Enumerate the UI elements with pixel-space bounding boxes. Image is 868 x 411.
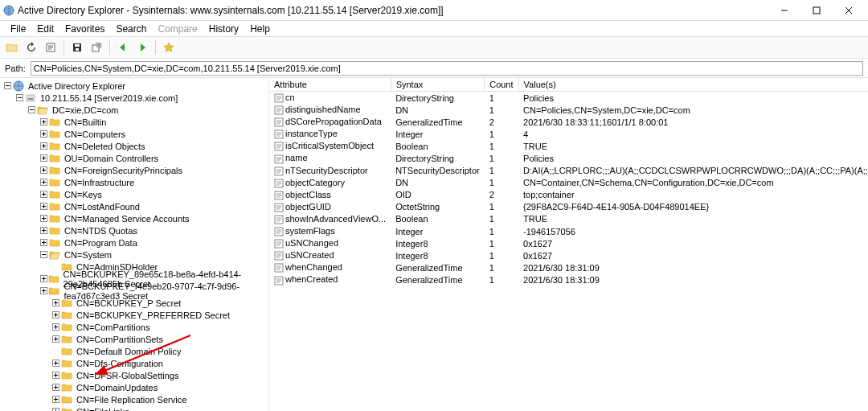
expander-icon[interactable]	[39, 202, 48, 211]
tree-label[interactable]: CN=BCKUPKEY_P Secret	[75, 298, 182, 308]
expander-icon[interactable]	[39, 226, 48, 235]
column-header[interactable]: Attribute	[269, 78, 391, 92]
tree-node[interactable]: CN=BCKUPKEY_PREFERRED Secret	[2, 309, 268, 321]
tree-label[interactable]: CN=DFSR-GlobalSettings	[75, 371, 180, 380]
attribute-row[interactable]: objectGUIDOctetString1{29F8A2C9-F64D-4E1…	[269, 201, 868, 213]
tree-label[interactable]: OU=Domain Controllers	[63, 154, 160, 163]
tree-node[interactable]: CN=FileLinks	[2, 405, 268, 411]
tree-label[interactable]: CN=Keys	[63, 190, 104, 199]
tree-label[interactable]: CN=File Replication Service	[75, 395, 188, 405]
tree-label[interactable]: CN=Dfs-Configuration	[75, 359, 165, 368]
attribute-row[interactable]: instanceTypeInteger14	[269, 128, 868, 140]
menu-history[interactable]: History	[203, 23, 244, 35]
expander-icon[interactable]	[15, 93, 24, 102]
expander-icon[interactable]	[51, 323, 60, 331]
attribute-row[interactable]: whenCreatedGeneralizedTime12021/6/30 18:…	[269, 273, 868, 286]
column-header[interactable]: Count	[485, 78, 518, 92]
menu-help[interactable]: Help	[244, 23, 276, 35]
launch-button[interactable]	[88, 39, 105, 56]
tree-label[interactable]: CN=ForeignSecurityPrincipals	[63, 166, 184, 175]
tree-node[interactable]: Active Directory Explorer	[2, 80, 268, 92]
tree-label[interactable]: CN=Managed Service Accounts	[63, 214, 191, 224]
tree-label[interactable]: DC=xie,DC=com	[51, 105, 121, 115]
tree-node[interactable]: 10.211.55.14 [Server2019.xie.com]	[2, 92, 268, 104]
attribute-row[interactable]: whenChangedGeneralizedTime12021/6/30 18:…	[269, 261, 868, 273]
tree-label[interactable]: CN=BCKUPKEY_PREFERRED Secret	[75, 310, 231, 320]
save-button[interactable]	[68, 39, 86, 56]
tree-node[interactable]: DC=xie,DC=com	[2, 104, 268, 116]
attribute-row[interactable]: cnDirectoryString1Policies	[269, 92, 868, 105]
expander-icon[interactable]	[51, 395, 60, 404]
tree-label[interactable]: Active Directory Explorer	[27, 81, 127, 91]
expander-icon[interactable]	[51, 359, 60, 368]
attribute-row[interactable]: distinguishedNameDN1CN=Policies,CN=Syste…	[269, 104, 868, 116]
tree-label[interactable]: CN=Program Data	[63, 238, 139, 248]
tree-panel[interactable]: Active Directory Explorer10.211.55.14 [S…	[0, 78, 269, 411]
refresh-button[interactable]	[23, 39, 40, 56]
column-header[interactable]: Syntax	[391, 78, 485, 92]
expander-icon[interactable]	[27, 105, 36, 114]
expander-icon[interactable]	[51, 335, 60, 343]
attribute-row[interactable]: objectCategoryDN1CN=Container,CN=Schema,…	[269, 177, 868, 189]
forward-button[interactable]	[133, 39, 151, 56]
tree-label[interactable]: CN=ComPartitions	[75, 323, 151, 332]
attribute-row[interactable]: uSNChangedInteger810x1627	[269, 237, 868, 249]
expander-icon[interactable]	[39, 250, 48, 259]
tree-node[interactable]: CN=ForeignSecurityPrincipals	[2, 164, 268, 176]
menu-file[interactable]: File	[5, 23, 31, 35]
tree-label[interactable]: CN=ComPartitionSets	[75, 335, 165, 344]
expander-icon[interactable]	[39, 238, 48, 247]
attribute-row[interactable]: nTSecurityDescriptorNTSecurityDescriptor…	[269, 165, 868, 177]
tree-label[interactable]: CN=Builtin	[63, 117, 108, 127]
tree-node[interactable]: CN=ComPartitions	[2, 321, 268, 333]
tree-label[interactable]: CN=FileLinks	[75, 407, 131, 412]
tree-label[interactable]: CN=NTDS Quotas	[63, 226, 139, 236]
expander-icon[interactable]	[39, 154, 48, 162]
open-button[interactable]	[3, 39, 21, 56]
attribute-row[interactable]: systemFlagsInteger1-1946157056	[269, 225, 868, 237]
tree-node[interactable]: CN=Builtin	[2, 116, 268, 128]
column-header[interactable]: Value(s)	[518, 78, 868, 92]
tree-node[interactable]: CN=Default Domain Policy	[2, 345, 268, 357]
tree-node[interactable]: CN=Program Data	[2, 236, 268, 249]
path-input[interactable]	[31, 61, 863, 76]
tree-node[interactable]: CN=Computers	[2, 128, 268, 140]
menu-favorites[interactable]: Favorites	[59, 23, 110, 35]
expander-icon[interactable]	[39, 190, 48, 199]
expander-icon[interactable]	[39, 166, 48, 175]
menu-search[interactable]: Search	[110, 23, 152, 35]
tree-label[interactable]: CN=Computers	[63, 129, 127, 139]
attribute-row[interactable]: isCriticalSystemObjectBoolean1TRUE	[269, 140, 868, 152]
expander-icon[interactable]	[39, 178, 48, 187]
tree-node[interactable]: CN=Keys	[2, 188, 268, 200]
attribute-row[interactable]: showInAdvancedViewO...Boolean1TRUE	[269, 213, 868, 225]
expander-icon[interactable]	[51, 298, 60, 307]
attribute-panel[interactable]: AttributeSyntaxCountValue(s) cnDirectory…	[269, 78, 868, 411]
tree-label[interactable]: CN=DomainUpdates	[75, 383, 159, 393]
tree-node[interactable]: CN=ComPartitionSets	[2, 333, 268, 345]
expander-icon[interactable]	[51, 371, 60, 380]
back-button[interactable]	[114, 39, 132, 56]
attribute-row[interactable]: objectClassOID2top;container	[269, 189, 868, 201]
tree-label[interactable]: CN=Infrastructure	[63, 178, 136, 187]
favorite-button[interactable]	[160, 39, 178, 56]
tree-node[interactable]: CN=BCKUPKEY_f4e9eb20-9707-4c7f-9d96-fea7…	[2, 285, 268, 297]
attribute-row[interactable]: dSCorePropagationDataGeneralizedTime2202…	[269, 116, 868, 128]
tree-label[interactable]: CN=Deleted Objects	[63, 142, 147, 151]
expander-icon[interactable]	[39, 142, 48, 150]
menu-edit[interactable]: Edit	[31, 23, 59, 35]
expander-icon[interactable]	[51, 383, 60, 392]
expander-icon[interactable]	[39, 129, 48, 138]
tree-node[interactable]: CN=LostAndFound	[2, 200, 268, 212]
tree-node[interactable]: CN=Deleted Objects	[2, 140, 268, 152]
attribute-row[interactable]: nameDirectoryString1Policies	[269, 152, 868, 164]
maximize-button[interactable]	[800, 1, 833, 20]
tree-node[interactable]: CN=System	[2, 249, 268, 261]
tree-label[interactable]: CN=LostAndFound	[63, 202, 141, 212]
minimize-button[interactable]	[768, 1, 800, 20]
tree-label[interactable]: CN=System	[63, 250, 113, 260]
tree-node[interactable]: CN=DFSR-GlobalSettings	[2, 369, 268, 381]
tree-node[interactable]: CN=File Replication Service	[2, 393, 268, 405]
expander-icon[interactable]	[39, 214, 48, 223]
tree-node[interactable]: CN=Infrastructure	[2, 176, 268, 188]
